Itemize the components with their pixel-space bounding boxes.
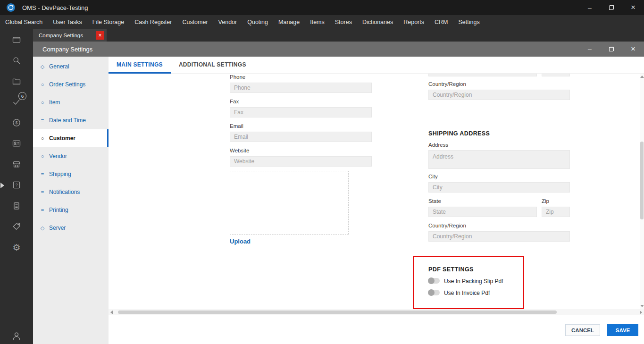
- nav-item-item[interactable]: ○ Item: [33, 93, 109, 111]
- close-icon[interactable]: ×: [622, 0, 644, 15]
- nav-item-vendor[interactable]: ○ Vendor: [33, 147, 109, 165]
- shipping-state-label: State: [428, 198, 441, 204]
- menu-cash-register[interactable]: Cash Register: [129, 15, 177, 29]
- lines-icon: =: [39, 207, 46, 213]
- circle-icon: ○: [39, 100, 46, 105]
- vertical-scrollbar-thumb[interactable]: [640, 142, 644, 219]
- menu-user-tasks[interactable]: User Tasks: [48, 15, 87, 29]
- menu-vendor[interactable]: Vendor: [213, 15, 243, 29]
- menu-file-storage[interactable]: File Storage: [87, 15, 129, 29]
- nav-label: Item: [49, 99, 60, 106]
- user-profile-icon[interactable]: [0, 331, 33, 341]
- shipping-address-label: Address: [428, 142, 448, 148]
- icon-sidebar: 6 $ ? ⚙: [0, 29, 33, 344]
- footer-bar: [109, 315, 644, 344]
- diamond-icon: ◇: [39, 225, 46, 231]
- svg-text:?: ?: [15, 183, 17, 187]
- billing-state-input-clipped[interactable]: [428, 74, 537, 76]
- inner-window-titlebar: Company Settings – ×: [33, 42, 644, 57]
- tag-icon[interactable]: [0, 216, 33, 237]
- gear-icon[interactable]: ⚙: [0, 237, 33, 258]
- shipping-city-input[interactable]: [428, 182, 570, 193]
- nav-label: Customer: [49, 135, 75, 142]
- search-icon[interactable]: [0, 50, 33, 71]
- nav-item-date-and-time[interactable]: = Date and Time: [33, 111, 109, 129]
- folder-icon[interactable]: [0, 71, 33, 92]
- shipping-zip-input[interactable]: [542, 207, 570, 217]
- menu-quoting[interactable]: Quoting: [242, 15, 273, 29]
- menu-crm[interactable]: CRM: [429, 15, 453, 29]
- tab-company-settings[interactable]: Company Settings ×: [33, 29, 107, 42]
- nav-item-shipping[interactable]: = Shipping: [33, 165, 109, 183]
- money-icon[interactable]: $: [0, 112, 33, 133]
- menu-dictionaries[interactable]: Dictionaries: [357, 15, 398, 29]
- menu-settings[interactable]: Settings: [453, 15, 485, 29]
- shipping-country-label: Country/Region: [428, 223, 466, 228]
- vertical-scrollbar[interactable]: [640, 74, 644, 309]
- website-input[interactable]: [230, 156, 372, 167]
- scroll-right-icon[interactable]: [640, 310, 642, 314]
- tab-close-icon[interactable]: ×: [96, 31, 104, 40]
- nav-item-customer[interactable]: ○ Customer: [33, 129, 109, 147]
- contact-card-icon[interactable]: [0, 133, 33, 154]
- restore-icon[interactable]: [601, 0, 622, 15]
- nav-label: Vendor: [49, 153, 67, 159]
- billing-country-input[interactable]: [428, 90, 570, 100]
- tab-additional-settings[interactable]: ADDITIONAL SETTINGS: [171, 57, 254, 74]
- shipping-state-input[interactable]: [428, 207, 537, 217]
- email-input[interactable]: [230, 132, 372, 142]
- scroll-down-icon[interactable]: [640, 305, 644, 307]
- phone-input[interactable]: [230, 83, 372, 93]
- horizontal-scrollbar[interactable]: [109, 309, 644, 315]
- cancel-button[interactable]: CANCEL: [565, 324, 600, 336]
- upload-link[interactable]: Upload: [230, 238, 251, 245]
- nav-label: General: [49, 63, 69, 70]
- menu-reports[interactable]: Reports: [398, 15, 429, 29]
- menu-stores[interactable]: Stores: [330, 15, 357, 29]
- store-icon[interactable]: [0, 154, 33, 175]
- menu-manage[interactable]: Manage: [273, 15, 305, 29]
- inner-window-title: Company Settings: [42, 46, 92, 53]
- help-box-icon[interactable]: ?: [0, 175, 33, 195]
- lines-icon: =: [39, 189, 46, 195]
- nav-item-general[interactable]: ◇ General: [33, 58, 109, 76]
- fax-label: Fax: [230, 99, 239, 104]
- horizontal-scrollbar-thumb[interactable]: [118, 310, 557, 314]
- tasks-check-icon[interactable]: 6: [0, 92, 33, 112]
- website-label: Website: [230, 148, 249, 153]
- nav-item-server[interactable]: ◇ Server: [33, 219, 109, 237]
- scroll-up-icon[interactable]: [640, 76, 644, 78]
- logo-upload-dropzone[interactable]: [230, 171, 349, 235]
- circle-icon: ○: [39, 153, 46, 159]
- tab-main-settings[interactable]: MAIN SETTINGS: [109, 57, 171, 74]
- packing-slip-toggle[interactable]: [428, 278, 440, 284]
- invoice-toggle[interactable]: [428, 290, 440, 295]
- inner-window-controls: – ×: [579, 42, 644, 57]
- circle-icon: ○: [39, 135, 46, 141]
- nav-label: Printing: [49, 207, 68, 213]
- inner-minimize-icon[interactable]: –: [579, 42, 601, 57]
- settings-nav: ◇ General ○ Order Settings ○ Item = Date…: [33, 57, 109, 344]
- nav-item-order-settings[interactable]: ○ Order Settings: [33, 76, 109, 93]
- nav-item-printing[interactable]: = Printing: [33, 201, 109, 219]
- fax-input[interactable]: [230, 107, 372, 117]
- billing-zip-input-clipped[interactable]: [542, 74, 570, 76]
- flyout-expand-icon[interactable]: [0, 183, 4, 188]
- inner-restore-icon[interactable]: [601, 42, 622, 57]
- menubar: Global Search User Tasks File Storage Ca…: [0, 15, 644, 29]
- menu-global-search[interactable]: Global Search: [0, 15, 48, 29]
- clipboard-icon[interactable]: [0, 195, 33, 216]
- shipping-zip-label: Zip: [542, 198, 549, 204]
- shipping-country-input[interactable]: [428, 231, 570, 242]
- nav-item-notifications[interactable]: = Notifications: [33, 183, 109, 201]
- minimize-icon[interactable]: –: [579, 0, 601, 15]
- menu-customer[interactable]: Customer: [177, 15, 213, 29]
- circle-icon: ○: [39, 82, 46, 87]
- menu-items[interactable]: Items: [305, 15, 330, 29]
- dashboard-icon[interactable]: [0, 29, 33, 50]
- inner-close-icon[interactable]: ×: [622, 42, 644, 57]
- shipping-address-input[interactable]: [428, 150, 570, 169]
- app-window: OMS - DevPace-Testing – × Global Search …: [0, 0, 644, 344]
- save-button[interactable]: SAVE: [607, 324, 638, 336]
- scroll-left-icon[interactable]: [110, 310, 113, 314]
